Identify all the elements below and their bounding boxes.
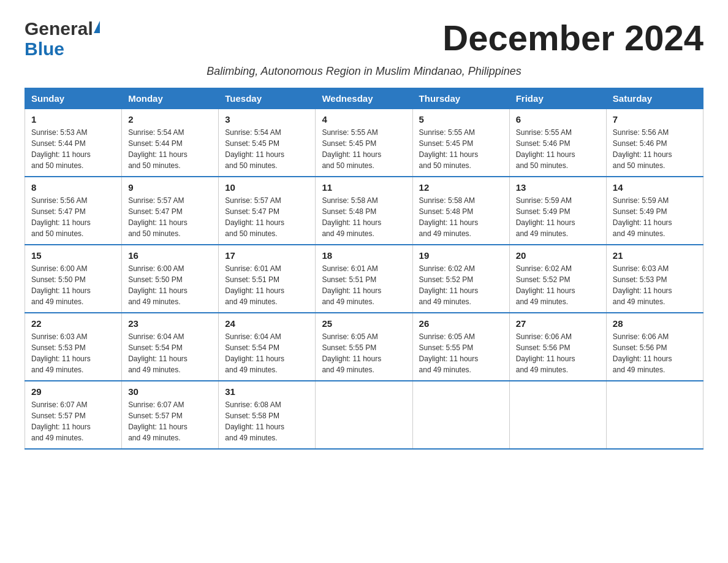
day-info: Sunrise: 5:59 AMSunset: 5:49 PMDaylight:… bbox=[613, 195, 697, 239]
week-row-3: 15Sunrise: 6:00 AMSunset: 5:50 PMDayligh… bbox=[25, 245, 703, 313]
day-of-week-tuesday: Tuesday bbox=[219, 88, 316, 109]
calendar-cell: 15Sunrise: 6:00 AMSunset: 5:50 PMDayligh… bbox=[25, 245, 122, 313]
day-info: Sunrise: 5:55 AMSunset: 5:45 PMDaylight:… bbox=[419, 127, 503, 171]
day-info: Sunrise: 5:59 AMSunset: 5:49 PMDaylight:… bbox=[516, 195, 600, 239]
calendar-cell: 4Sunrise: 5:55 AMSunset: 5:45 PMDaylight… bbox=[316, 109, 412, 177]
calendar-cell: 24Sunrise: 6:04 AMSunset: 5:54 PMDayligh… bbox=[219, 313, 316, 381]
calendar-cell: 23Sunrise: 6:04 AMSunset: 5:54 PMDayligh… bbox=[122, 313, 219, 381]
calendar-cell: 11Sunrise: 5:58 AMSunset: 5:48 PMDayligh… bbox=[316, 177, 412, 245]
day-info: Sunrise: 6:04 AMSunset: 5:54 PMDaylight:… bbox=[225, 331, 309, 375]
calendar-cell: 31Sunrise: 6:08 AMSunset: 5:58 PMDayligh… bbox=[219, 381, 316, 449]
day-info: Sunrise: 5:55 AMSunset: 5:45 PMDaylight:… bbox=[322, 127, 406, 171]
logo-general-text: General bbox=[25, 18, 93, 39]
day-number: 24 bbox=[225, 318, 309, 329]
calendar-cell: 7Sunrise: 5:56 AMSunset: 5:46 PMDaylight… bbox=[606, 109, 703, 177]
day-info: Sunrise: 6:02 AMSunset: 5:52 PMDaylight:… bbox=[419, 263, 503, 307]
calendar-cell: 25Sunrise: 6:05 AMSunset: 5:55 PMDayligh… bbox=[316, 313, 412, 381]
calendar-cell: 18Sunrise: 6:01 AMSunset: 5:51 PMDayligh… bbox=[316, 245, 412, 313]
day-number: 11 bbox=[322, 182, 406, 193]
calendar-cell: 9Sunrise: 5:57 AMSunset: 5:47 PMDaylight… bbox=[122, 177, 219, 245]
calendar-cell: 14Sunrise: 5:59 AMSunset: 5:49 PMDayligh… bbox=[606, 177, 703, 245]
day-of-week-monday: Monday bbox=[122, 88, 219, 109]
day-info: Sunrise: 5:54 AMSunset: 5:44 PMDaylight:… bbox=[128, 127, 212, 171]
calendar-header: SundayMondayTuesdayWednesdayThursdayFrid… bbox=[25, 88, 703, 109]
day-number: 31 bbox=[225, 386, 309, 397]
day-number: 19 bbox=[419, 250, 503, 261]
calendar-cell: 17Sunrise: 6:01 AMSunset: 5:51 PMDayligh… bbox=[219, 245, 316, 313]
calendar-cell: 1Sunrise: 5:53 AMSunset: 5:44 PMDaylight… bbox=[25, 109, 122, 177]
week-row-2: 8Sunrise: 5:56 AMSunset: 5:47 PMDaylight… bbox=[25, 177, 703, 245]
calendar-cell bbox=[606, 381, 703, 449]
logo-arrow-icon bbox=[94, 21, 100, 33]
calendar-cell: 12Sunrise: 5:58 AMSunset: 5:48 PMDayligh… bbox=[412, 177, 509, 245]
day-info: Sunrise: 6:01 AMSunset: 5:51 PMDaylight:… bbox=[225, 263, 309, 307]
day-number: 26 bbox=[419, 318, 503, 329]
day-info: Sunrise: 6:01 AMSunset: 5:51 PMDaylight:… bbox=[322, 263, 406, 307]
day-number: 1 bbox=[31, 114, 115, 124]
calendar-cell: 8Sunrise: 5:56 AMSunset: 5:47 PMDaylight… bbox=[25, 177, 122, 245]
month-title: December 2024 bbox=[442, 18, 703, 58]
day-number: 27 bbox=[516, 318, 600, 329]
week-row-4: 22Sunrise: 6:03 AMSunset: 5:53 PMDayligh… bbox=[25, 313, 703, 381]
day-info: Sunrise: 6:00 AMSunset: 5:50 PMDaylight:… bbox=[128, 263, 212, 307]
calendar-cell bbox=[316, 381, 412, 449]
day-number: 22 bbox=[31, 318, 115, 329]
days-of-week-row: SundayMondayTuesdayWednesdayThursdayFrid… bbox=[25, 88, 703, 109]
day-number: 14 bbox=[613, 182, 697, 193]
day-info: Sunrise: 5:58 AMSunset: 5:48 PMDaylight:… bbox=[322, 195, 406, 239]
day-info: Sunrise: 6:05 AMSunset: 5:55 PMDaylight:… bbox=[419, 331, 503, 375]
calendar-body: 1Sunrise: 5:53 AMSunset: 5:44 PMDaylight… bbox=[25, 109, 703, 450]
day-info: Sunrise: 6:07 AMSunset: 5:57 PMDaylight:… bbox=[128, 399, 212, 443]
day-info: Sunrise: 6:06 AMSunset: 5:56 PMDaylight:… bbox=[613, 331, 697, 375]
day-info: Sunrise: 5:56 AMSunset: 5:46 PMDaylight:… bbox=[613, 127, 697, 171]
day-number: 7 bbox=[613, 114, 697, 124]
day-number: 30 bbox=[128, 386, 212, 397]
day-number: 28 bbox=[613, 318, 697, 329]
calendar-cell: 27Sunrise: 6:06 AMSunset: 5:56 PMDayligh… bbox=[509, 313, 606, 381]
calendar-cell: 19Sunrise: 6:02 AMSunset: 5:52 PMDayligh… bbox=[412, 245, 509, 313]
day-of-week-sunday: Sunday bbox=[25, 88, 122, 109]
location-subtitle: Balimbing, Autonomous Region in Muslim M… bbox=[25, 65, 703, 78]
day-number: 9 bbox=[128, 182, 212, 193]
day-number: 21 bbox=[613, 250, 697, 261]
day-of-week-friday: Friday bbox=[509, 88, 606, 109]
calendar-cell: 13Sunrise: 5:59 AMSunset: 5:49 PMDayligh… bbox=[509, 177, 606, 245]
day-info: Sunrise: 5:56 AMSunset: 5:47 PMDaylight:… bbox=[31, 195, 115, 239]
day-number: 25 bbox=[322, 318, 406, 329]
day-number: 13 bbox=[516, 182, 600, 193]
day-info: Sunrise: 5:55 AMSunset: 5:46 PMDaylight:… bbox=[516, 127, 600, 171]
day-info: Sunrise: 5:58 AMSunset: 5:48 PMDaylight:… bbox=[419, 195, 503, 239]
day-info: Sunrise: 6:07 AMSunset: 5:57 PMDaylight:… bbox=[31, 399, 115, 443]
week-row-5: 29Sunrise: 6:07 AMSunset: 5:57 PMDayligh… bbox=[25, 381, 703, 449]
calendar-cell: 21Sunrise: 6:03 AMSunset: 5:53 PMDayligh… bbox=[606, 245, 703, 313]
day-of-week-wednesday: Wednesday bbox=[316, 88, 412, 109]
day-info: Sunrise: 6:02 AMSunset: 5:52 PMDaylight:… bbox=[516, 263, 600, 307]
day-of-week-thursday: Thursday bbox=[412, 88, 509, 109]
day-info: Sunrise: 5:57 AMSunset: 5:47 PMDaylight:… bbox=[128, 195, 212, 239]
day-number: 3 bbox=[225, 114, 309, 124]
calendar-cell bbox=[509, 381, 606, 449]
calendar-cell bbox=[412, 381, 509, 449]
day-info: Sunrise: 6:03 AMSunset: 5:53 PMDaylight:… bbox=[613, 263, 697, 307]
day-info: Sunrise: 6:05 AMSunset: 5:55 PMDaylight:… bbox=[322, 331, 406, 375]
day-info: Sunrise: 5:53 AMSunset: 5:44 PMDaylight:… bbox=[31, 127, 115, 171]
calendar-cell: 29Sunrise: 6:07 AMSunset: 5:57 PMDayligh… bbox=[25, 381, 122, 449]
logo-blue-text: Blue bbox=[25, 39, 100, 59]
calendar-cell: 3Sunrise: 5:54 AMSunset: 5:45 PMDaylight… bbox=[219, 109, 316, 177]
day-number: 5 bbox=[419, 114, 503, 124]
day-info: Sunrise: 6:04 AMSunset: 5:54 PMDaylight:… bbox=[128, 331, 212, 375]
day-info: Sunrise: 6:03 AMSunset: 5:53 PMDaylight:… bbox=[31, 331, 115, 375]
calendar-table: SundayMondayTuesdayWednesdayThursdayFrid… bbox=[25, 88, 703, 450]
calendar-cell: 30Sunrise: 6:07 AMSunset: 5:57 PMDayligh… bbox=[122, 381, 219, 449]
week-row-1: 1Sunrise: 5:53 AMSunset: 5:44 PMDaylight… bbox=[25, 109, 703, 177]
day-number: 10 bbox=[225, 182, 309, 193]
day-info: Sunrise: 6:08 AMSunset: 5:58 PMDaylight:… bbox=[225, 399, 309, 443]
calendar-cell: 10Sunrise: 5:57 AMSunset: 5:47 PMDayligh… bbox=[219, 177, 316, 245]
day-info: Sunrise: 5:54 AMSunset: 5:45 PMDaylight:… bbox=[225, 127, 309, 171]
calendar-cell: 20Sunrise: 6:02 AMSunset: 5:52 PMDayligh… bbox=[509, 245, 606, 313]
day-number: 16 bbox=[128, 250, 212, 261]
day-number: 12 bbox=[419, 182, 503, 193]
day-info: Sunrise: 6:00 AMSunset: 5:50 PMDaylight:… bbox=[31, 263, 115, 307]
calendar-cell: 16Sunrise: 6:00 AMSunset: 5:50 PMDayligh… bbox=[122, 245, 219, 313]
day-number: 20 bbox=[516, 250, 600, 261]
